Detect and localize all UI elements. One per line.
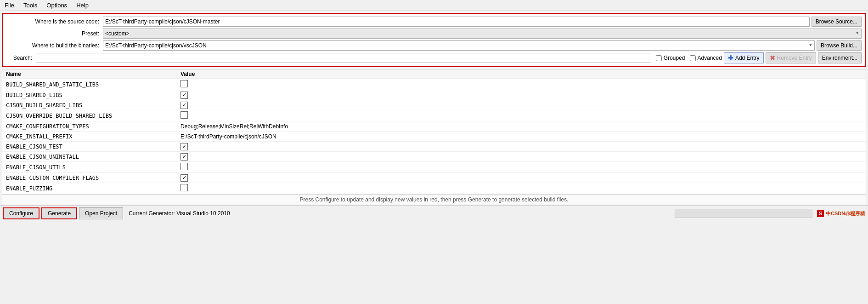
add-entry-label: Add Entry — [735, 55, 760, 61]
cell-name: ENABLE_CJSON_TEST — [6, 143, 180, 150]
config-panel: Where is the source code: Browse Source.… — [2, 13, 866, 67]
cell-checkbox[interactable] — [180, 163, 188, 170]
table-header: Name Value — [2, 69, 866, 79]
open-project-button[interactable]: Open Project — [79, 207, 123, 219]
preset-select[interactable]: <custom> — [103, 29, 862, 39]
cell-name: CMAKE_INSTALL_PREFIX — [6, 133, 180, 140]
cell-checkbox[interactable]: ✓ — [180, 174, 188, 182]
cell-value[interactable]: ✓ — [180, 174, 862, 182]
bottom-toolbar: Configure Generate Open Project Current … — [0, 205, 868, 221]
table-row: BUILD_SHARED_LIBS✓ — [2, 90, 866, 100]
advanced-checkbox-group: Advanced — [687, 55, 722, 61]
status-message: Press Configure to update and display ne… — [299, 196, 568, 203]
menu-file[interactable]: File — [2, 1, 17, 10]
cell-checkbox[interactable] — [180, 184, 188, 191]
remove-entry-icon: ✖ — [770, 54, 775, 62]
cell-name: ENABLE_CJSON_UTILS — [6, 164, 180, 171]
col-name-header: Name — [6, 71, 180, 77]
advanced-checkbox[interactable] — [690, 55, 696, 61]
cell-name: CJSON_BUILD_SHARED_LIBS — [6, 102, 180, 109]
table-body: BUILD_SHARED_AND_STATIC_LIBSBUILD_SHARED… — [2, 79, 866, 194]
watermark-text: 中CSDN@程序猿 — [826, 210, 865, 217]
table-row: ENABLE_CJSON_TEST✓ — [2, 142, 866, 152]
menu-help[interactable]: Help — [73, 1, 91, 10]
add-entry-icon: ✚ — [728, 54, 733, 62]
table-row: CMAKE_CONFIGURATION_TYPESDebug;Release;M… — [2, 121, 866, 132]
cell-checkbox[interactable]: ✓ — [180, 92, 188, 99]
cell-value[interactable] — [180, 184, 862, 193]
grouped-checkbox-group: Grouped — [653, 55, 685, 61]
table-row: ENABLE_CJSON_UNINSTALL✓ — [2, 152, 866, 162]
cell-value[interactable] — [180, 80, 862, 89]
grouped-checkbox[interactable] — [656, 55, 662, 61]
grouped-label: Grouped — [664, 55, 685, 61]
search-row: Search: Grouped Advanced ✚ Add Entry ✖ R… — [6, 52, 862, 63]
cell-name: ENABLE_CUSTOM_COMPILER_FLAGS — [6, 175, 180, 181]
environment-button[interactable]: Environment... — [818, 52, 862, 63]
cell-name: BUILD_SHARED_LIBS — [6, 92, 180, 98]
configure-button[interactable]: Configure — [3, 207, 39, 219]
menu-tools[interactable]: Tools — [21, 1, 40, 10]
table-row: BUILD_SHARED_AND_STATIC_LIBS — [2, 79, 866, 90]
search-input[interactable] — [36, 53, 651, 63]
cell-checkbox[interactable] — [180, 80, 188, 87]
cell-name: CJSON_OVERRIDE_BUILD_SHARED_LIBS — [6, 113, 180, 119]
cell-checkbox[interactable]: ✓ — [180, 153, 188, 161]
cell-name: ENABLE_FUZZING — [6, 185, 180, 192]
advanced-label: Advanced — [698, 55, 722, 61]
cell-value[interactable]: ✓ — [180, 153, 862, 161]
remove-entry-label: Remove Entry — [777, 55, 812, 61]
source-input[interactable] — [103, 17, 810, 27]
add-entry-button[interactable]: ✚ Add Entry — [724, 52, 764, 63]
menu-options[interactable]: Options — [44, 1, 70, 10]
source-row: Where is the source code: Browse Source.… — [6, 17, 862, 27]
cell-checkbox[interactable] — [180, 111, 188, 119]
watermark-s: S — [817, 210, 824, 217]
cell-name: ENABLE_CJSON_UNINSTALL — [6, 154, 180, 160]
cell-value[interactable]: ✓ — [180, 143, 862, 150]
cell-value[interactable] — [180, 163, 862, 172]
build-input[interactable] — [103, 40, 815, 51]
status-bar: Press Configure to update and display ne… — [2, 194, 866, 205]
cell-checkbox[interactable]: ✓ — [180, 102, 188, 109]
table-row: ENABLE_FUZZING — [2, 183, 866, 194]
progress-bar — [675, 209, 812, 218]
table-row: ENABLE_CJSON_UTILS — [2, 162, 866, 173]
bottom-right: S 中CSDN@程序猿 — [675, 209, 865, 218]
build-row: Where to build the binaries: Browse Buil… — [6, 40, 862, 51]
browse-build-button[interactable]: Browse Build... — [817, 40, 862, 51]
preset-row: Preset: <custom> — [6, 29, 862, 39]
preset-select-wrapper: <custom> — [103, 29, 862, 39]
cell-name: BUILD_SHARED_AND_STATIC_LIBS — [6, 81, 180, 88]
build-input-wrapper — [103, 40, 815, 51]
menu-bar: File Tools Options Help — [0, 0, 868, 11]
main-table-area: Name Value BUILD_SHARED_AND_STATIC_LIBSB… — [2, 69, 866, 205]
table-row: CJSON_OVERRIDE_BUILD_SHARED_LIBS — [2, 110, 866, 121]
generate-button[interactable]: Generate — [41, 207, 77, 219]
cell-value[interactable]: ✓ — [180, 102, 862, 109]
cell-value: E:/ScT-thirdParty-compile/cjson/cJSON — [180, 133, 862, 140]
cell-checkbox[interactable]: ✓ — [180, 143, 188, 150]
cell-value: Debug;Release;MinSizeRel;RelWithDebInfo — [180, 123, 862, 130]
table-row: ENABLE_CUSTOM_COMPILER_FLAGS✓ — [2, 173, 866, 183]
preset-label: Preset: — [6, 30, 103, 37]
browse-source-button[interactable]: Browse Source... — [812, 17, 862, 27]
cell-name: CMAKE_CONFIGURATION_TYPES — [6, 123, 180, 130]
cell-value[interactable] — [180, 111, 862, 120]
source-label: Where is the source code: — [6, 18, 103, 25]
cell-value[interactable]: ✓ — [180, 92, 862, 99]
remove-entry-button[interactable]: ✖ Remove Entry — [766, 52, 816, 63]
search-label: Search: — [6, 55, 34, 61]
watermark: S 中CSDN@程序猿 — [817, 210, 865, 217]
build-label: Where to build the binaries: — [6, 42, 103, 49]
table-row: CJSON_BUILD_SHARED_LIBS✓ — [2, 100, 866, 110]
table-row: CMAKE_INSTALL_PREFIXE:/ScT-thirdParty-co… — [2, 132, 866, 142]
col-value-header: Value — [180, 71, 862, 77]
generator-text: Current Generator: Visual Studio 10 2010 — [129, 210, 230, 217]
